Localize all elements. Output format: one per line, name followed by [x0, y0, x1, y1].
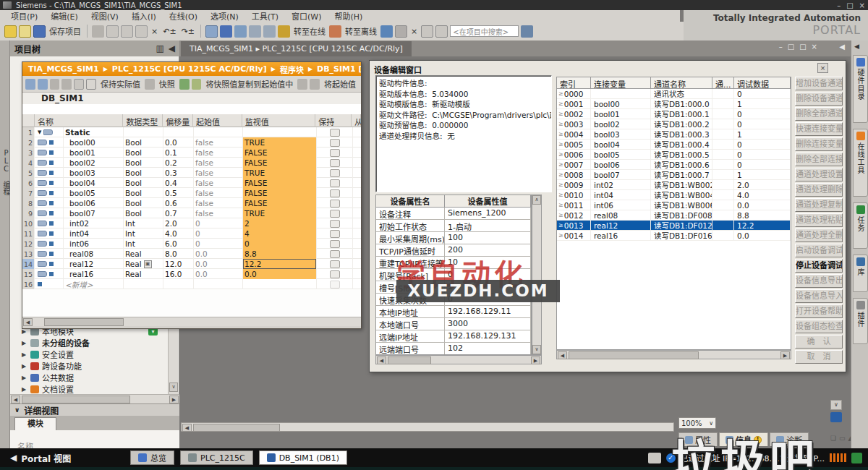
cell-monitorvalue[interactable]: 8.8 — [243, 249, 317, 259]
project-tree-vscrollbar[interactable]: ∨ — [168, 322, 178, 394]
upload-icon[interactable] — [234, 25, 247, 38]
close-window-icon[interactable]: × — [409, 27, 419, 36]
taskbar-editor-button[interactable]: 总览 — [130, 450, 174, 465]
cell-monitorvalue[interactable] — [243, 127, 317, 137]
dock-tab[interactable]: 库 — [853, 255, 868, 292]
cell-datatype[interactable]: Int — [124, 218, 163, 228]
go-offline-button[interactable]: 转至离线 — [344, 25, 378, 37]
retain-checkbox[interactable] — [330, 250, 340, 258]
cell-startvalue[interactable] — [194, 279, 243, 289]
menu-item[interactable]: 插入(I) — [125, 10, 163, 22]
cell-name[interactable]: bool02 — [64, 158, 124, 168]
cell-name[interactable]: real12 — [64, 259, 124, 269]
cell-monitorvalue[interactable] — [243, 279, 317, 289]
retain-checkbox[interactable] — [330, 270, 340, 278]
property-row[interactable]: 远端端口号102 — [376, 343, 531, 355]
cell-monitorvalue[interactable]: TRUE — [243, 137, 317, 148]
dialog-button[interactable]: 打开设备帮助 — [795, 304, 843, 318]
editor-hscrollbar[interactable]: ◀ — [181, 422, 674, 432]
db-breadcrumb[interactable]: TIA_MCGS_SIM1▶PLC_1215C [CPU 1215C AC/DC… — [22, 62, 361, 76]
project-tree-hscrollbar[interactable]: ◀ ▶ — [10, 394, 179, 403]
column-header-from[interactable]: 从 — [352, 114, 361, 127]
vertical-split-icon[interactable] — [435, 25, 448, 38]
taskbar-editor-button[interactable]: DB_SIM1 (DB1) — [259, 450, 347, 465]
delete-icon[interactable]: × — [150, 27, 159, 36]
scroll-left-icon[interactable]: ◀ — [377, 356, 386, 364]
expand-icon[interactable]: ▶ — [22, 386, 27, 393]
load-start-all-icon[interactable] — [310, 79, 320, 90]
cell-name[interactable]: bool06 — [64, 198, 124, 208]
dialog-button[interactable]: 删除设备通道 — [795, 92, 843, 106]
channel-row[interactable]: ≥0003bool02读写DB1:000.20 — [557, 119, 791, 129]
cell-name[interactable]: real16 — [64, 269, 124, 279]
retain-checkbox[interactable] — [330, 129, 340, 137]
cell-startvalue[interactable]: 0.0 — [194, 269, 243, 279]
property-value[interactable]: 100 — [445, 232, 531, 244]
go-offline-icon[interactable] — [329, 25, 341, 38]
retain-checkbox[interactable] — [330, 240, 340, 248]
copy-snapshot-icon[interactable] — [179, 79, 190, 90]
cell-name[interactable]: int04 — [64, 228, 124, 239]
cell-name[interactable]: int06 — [64, 239, 124, 249]
channel-row[interactable]: ≥0001bool00读写DB1:000.01 — [557, 99, 791, 109]
stop-cpu-icon[interactable] — [263, 25, 276, 38]
property-row[interactable]: 最小采集周期(ms)100 — [376, 232, 531, 244]
paste-icon[interactable] — [135, 25, 148, 38]
dialog-button[interactable]: 删除连接变量 — [795, 137, 843, 151]
list-icon[interactable] — [74, 79, 84, 90]
channel-row[interactable]: ≥0014real16读写DB1:DF0160.0 — [557, 231, 791, 241]
scroll-right-icon[interactable]: ▶ — [531, 356, 540, 364]
cell-datatype[interactable]: Bool — [124, 148, 163, 158]
cell-datatype[interactable]: Bool — [124, 158, 163, 168]
retain-checkbox[interactable] — [330, 220, 340, 228]
window-split-icon[interactable] — [395, 25, 407, 38]
cell-datatype[interactable]: Bool — [124, 188, 163, 198]
expand-icon[interactable]: ▶ — [22, 351, 27, 358]
editor-minimize-icon[interactable]: – — [779, 43, 783, 51]
scroll-right-icon[interactable]: ▶ — [780, 351, 790, 359]
dock-tab[interactable]: 插件 — [853, 298, 868, 344]
scroll-left-icon[interactable]: ◀ — [182, 424, 192, 432]
cell-datatype[interactable]: Real — [124, 269, 163, 279]
dialog-button[interactable]: 通道处理设置 — [795, 168, 843, 181]
dialog-button[interactable]: 通道处理复制 — [795, 198, 843, 212]
retain-checkbox[interactable] — [330, 159, 340, 167]
reset-start-icon[interactable] — [50, 79, 60, 90]
property-row[interactable]: 远端IP地址192.168.129.131 — [376, 330, 531, 343]
snapshot-button[interactable]: 快照 — [157, 78, 177, 90]
property-row[interactable]: 初始工作状态1-启动 — [376, 220, 531, 232]
open-type-selector-icon[interactable]: ▣ — [144, 260, 152, 268]
load-start-icon[interactable] — [297, 79, 307, 90]
cell-datatype[interactable] — [124, 127, 163, 137]
copy-snapshot-all-icon[interactable] — [192, 79, 202, 90]
column-header-retain[interactable]: 保持 — [315, 114, 352, 127]
channel-column-header[interactable]: 通... — [712, 77, 734, 88]
editor-restore-icon[interactable]: □ — [788, 43, 794, 51]
breadcrumb-segment[interactable]: 程序块 — [280, 64, 304, 75]
db-hscrollbar[interactable]: ◀ — [22, 317, 361, 326]
cell-monitorvalue[interactable]: 2 — [243, 218, 317, 228]
dialog-button[interactable]: 确 认 — [795, 335, 843, 349]
cell-monitorvalue[interactable]: 0.0 — [243, 269, 317, 279]
sidebar-item[interactable]: ▶未分组的设备 — [10, 337, 168, 349]
cell-monitorvalue[interactable]: 0 — [243, 239, 317, 249]
open-project-icon[interactable] — [19, 25, 31, 38]
load-start-values-button[interactable]: 将起始值 — [322, 78, 358, 90]
menu-item[interactable]: 窗口(W) — [285, 10, 328, 22]
property-value[interactable]: 102 — [445, 343, 531, 354]
channel-row[interactable]: ≥0007bool06读写DB1:000.60 — [557, 160, 791, 170]
monitor-all-icon[interactable] — [86, 79, 96, 90]
scroll-left-icon[interactable]: ◀ — [23, 318, 33, 326]
cell-startvalue[interactable]: false — [194, 198, 243, 208]
retain-checkbox[interactable] — [330, 200, 340, 208]
table-row[interactable]: 6bool04Bool0.4falseFALSE — [22, 178, 361, 188]
channel-column-header[interactable]: 调试数据 — [734, 77, 791, 88]
column-header-start[interactable]: 起始值 — [193, 114, 242, 127]
retain-checkbox[interactable] — [330, 230, 340, 238]
editor-back-icon[interactable]: ◀ — [839, 43, 845, 51]
table-row[interactable]: 15real16Real16.00.00.0 — [22, 269, 361, 279]
retain-checkbox[interactable] — [330, 210, 340, 218]
column-header-name[interactable]: 名称 — [35, 114, 123, 127]
cell-datatype[interactable]: Bool — [124, 168, 163, 178]
dialog-button[interactable]: 设备组态检查 — [795, 320, 843, 333]
